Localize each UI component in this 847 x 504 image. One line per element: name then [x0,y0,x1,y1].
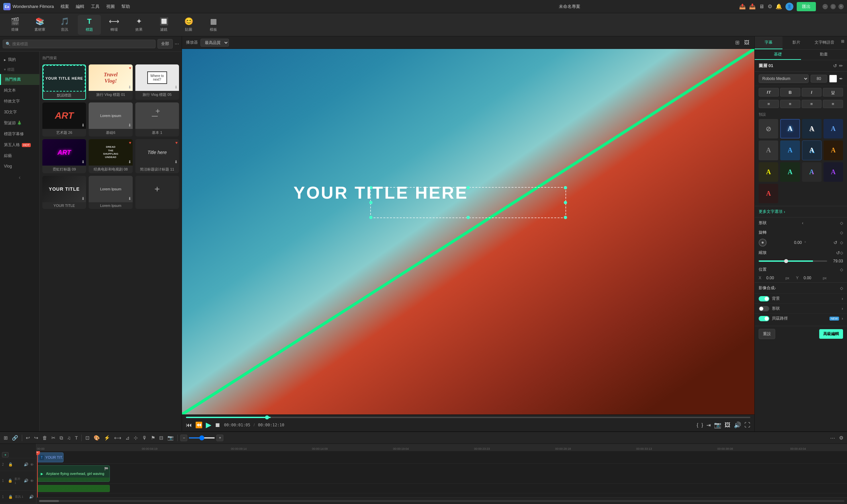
tl-more-button[interactable]: ⋯ [829,434,836,442]
tl-settings-button[interactable]: ⚙ [838,434,844,442]
preset-yellow[interactable]: A [759,162,778,182]
handle-br[interactable] [564,216,567,219]
tl-marker-button[interactable]: ⚑ [150,434,156,442]
filter-button[interactable]: 全部 [157,39,173,49]
tl-zoom-slider[interactable] [189,437,215,438]
toolbar-stock[interactable]: 📚 素材庫 [28,15,51,35]
mark-out-button[interactable]: } [702,422,703,428]
toolbar-filter[interactable]: 🔲 濾鏡 [152,15,175,35]
font-size-input[interactable] [811,75,827,83]
edit-layer-button[interactable]: ✏ [839,63,843,68]
bezier-toggle[interactable] [759,316,769,321]
preset-white-3d[interactable]: A [802,119,822,139]
track-vis-title[interactable]: 👁 [30,462,34,467]
rotation-knob[interactable] [759,239,766,247]
tl-mic-button[interactable]: 🎙 [141,434,148,442]
notification-icon[interactable]: 🔔 [776,3,782,10]
reset-layer-button[interactable]: ↺ [833,63,837,68]
tl-text-button[interactable]: T [74,434,79,442]
photo-button[interactable]: 🖼 [743,38,750,47]
scale-reset-button[interactable]: ↺ [836,250,840,255]
underline-button[interactable]: U [823,88,843,96]
background-toggle[interactable] [759,296,769,301]
side-nav-fifth[interactable]: 第五人格 HOT [0,140,39,150]
video-clip[interactable]: ▶ Airplane flying overhead, girl waving … [37,465,110,482]
tl-subtitle-button[interactable]: ⊟ [158,434,165,442]
collapse-panel-icon[interactable]: ‹ [19,175,20,180]
shape-section-header[interactable]: 形狀 ‹ ◇ [755,217,847,228]
fullscreen-button[interactable]: ⛶ [744,422,750,429]
volume-button[interactable]: 🔊 [734,421,741,429]
more-text-button[interactable]: 更多文字選項 › [759,209,843,215]
tab-basic[interactable]: 基礎 [755,50,801,60]
tl-color-button[interactable]: 🎨 [93,434,101,442]
tl-link-button[interactable]: 🔗 [11,434,19,442]
preset-striped[interactable]: A [802,162,822,182]
track-mute-title[interactable]: 🔊 [23,462,29,467]
preset-gold[interactable]: A [824,141,843,160]
font-select[interactable]: Roboto Medium [759,74,809,83]
shape-toggle[interactable] [759,306,769,311]
side-nav-title-section[interactable]: ▾ 標題 [0,65,39,74]
timeline-scroll-track[interactable] [39,500,844,502]
title-clip[interactable]: T YOUR TIT... [37,452,64,462]
tl-copy-button[interactable]: ⧉ [58,434,64,442]
search-box[interactable]: 🔍 [3,40,156,48]
color-swatch[interactable] [829,75,837,83]
template-card-lorem[interactable]: Lorem ipsum ⬇ 基础6 [89,103,132,137]
tl-zoom-out-button[interactable]: − [180,435,187,441]
tl-effect-button[interactable]: ⚡ [103,434,111,442]
toolbar-template[interactable]: ▦ 模板 [202,15,225,35]
template-card-your-title[interactable]: YOUR TITLE ⬇ YOUR TITLE [42,176,86,209]
handle-bm[interactable] [467,216,470,219]
preset-purple[interactable]: A [824,162,843,182]
compositing-keyframe-button[interactable]: ◇ [840,286,843,290]
tl-stabilize-button[interactable]: ⊹ [133,434,139,442]
rotation-reset-button[interactable]: ↺ [833,240,837,245]
audio-clip[interactable] [37,485,110,492]
template-card-default[interactable]: YOUR TITLE HERE 默認標題 [42,65,86,100]
preset-red[interactable]: A [759,184,778,203]
stop-button[interactable]: ⏹ [215,422,221,429]
tl-audio-button[interactable]: ♫ [66,434,72,442]
menu-help[interactable]: 幫助 [121,4,130,10]
grid-view-button[interactable]: ⊞ [734,38,741,47]
tl-motion-button[interactable]: ⊿ [124,434,131,442]
download-icon[interactable]: 📥 [749,3,756,10]
tl-cut-button[interactable]: ✂ [50,434,56,442]
italic-button[interactable]: I [802,88,822,96]
screenshot-button[interactable]: 🖼 [725,422,730,429]
track-mute-audio[interactable]: 🔊 [29,494,34,499]
track-mute-video[interactable]: 🔊 [23,478,29,483]
preset-blue-3d[interactable]: A [802,141,822,160]
tl-zoom-in-button[interactable]: + [217,435,223,441]
toolbar-media[interactable]: 🎬 焙煉 [3,15,27,35]
eyedropper-button[interactable]: ✒ [839,76,843,81]
preset-blue-2[interactable]: A [780,141,800,160]
side-nav-christmas[interactable]: 聖誕節 🎄 [0,118,39,129]
camera-button[interactable]: 📷 [714,421,721,429]
side-nav-art[interactable]: 綜藝 [0,150,39,161]
handle-bl[interactable] [369,216,373,219]
template-card-travel-vlog-01[interactable]: ♥ TravelVlog! ⬇ 旅行 Vlog 標題 01 [89,65,132,100]
toolbar-sticker[interactable]: 😊 貼圖 [177,15,200,35]
save-preset-icon[interactable]: ⊞ [839,36,847,49]
tab-video[interactable]: 影片 [782,36,810,49]
more-options-icon[interactable]: ··· [175,41,179,47]
side-nav-vlog[interactable]: Vlog [0,161,39,171]
template-card-neon[interactable]: ART ⬇ 霓虹灯标题 09 [42,139,86,173]
insert-button[interactable]: ⇥ [706,422,711,428]
scale-slider[interactable] [759,260,827,262]
template-card-dread[interactable]: ♥ DREADTHESHUFFLINGUNDEAD ⬇ 经典电影和电视剧 08 [89,139,132,173]
advanced-edit-button[interactable]: 高級編輯 [819,329,843,339]
position-keyframe-button[interactable]: ◇ [840,267,843,272]
side-nav-heading[interactable]: 標題字幕修 [0,129,39,140]
side-nav-popular[interactable]: 熱門推薦 [0,74,39,85]
minimize-window-button[interactable]: − [823,4,828,9]
template-card-lorem2[interactable]: Lorem Ipsum ⬇ Lorem Ipsum [89,176,132,209]
toolbar-text[interactable]: T 標題 [78,15,101,35]
preset-green[interactable]: A [780,162,800,182]
timeline-ruler[interactable]: 00:00 00:00:04:19 00:00:09:14 00:00:14:0… [36,444,847,451]
template-card-basic[interactable]: — + 基本 1 [135,103,179,137]
preset-blue-gradient[interactable]: A [824,119,843,139]
